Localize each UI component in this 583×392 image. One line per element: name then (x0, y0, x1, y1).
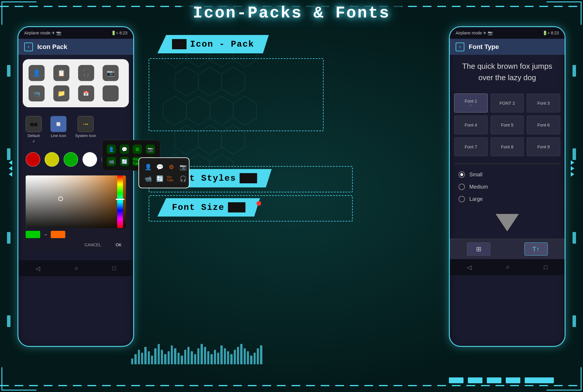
orange-icon-1: 👤 (143, 162, 153, 172)
orange-icon-2: 💬 (155, 162, 164, 172)
left-arrows (9, 160, 12, 177)
nav-recent-right[interactable]: □ (544, 264, 547, 270)
app-icon-empty (103, 85, 119, 101)
icon-type-default[interactable]: ▦▦ Default ✓ (26, 116, 42, 143)
phone-frame-left: Airplane mode ✈ 📷 🔋+ 8:23 ‹ Icon Pack 👤 … (17, 26, 134, 347)
divider (454, 164, 560, 164)
radio-size-small[interactable]: Small (459, 171, 556, 178)
status-right-left: Airplane mode ✈ 📷 (456, 31, 493, 35)
app-icon-video[interactable]: 📹 (29, 85, 45, 101)
icon-pack-orange-panel: 👤 💬 ⚙ 📷 📹 🔄 You Tube 🎧 (138, 157, 189, 188)
app-icon-folder[interactable]: 📁 (53, 85, 69, 101)
icon-pack-label-text: Icon - Pack (190, 39, 254, 49)
status-bar-right: Airplane mode ✈ 📷 🔋+ 8:23 (450, 27, 565, 39)
toolbar-font-button[interactable]: T↑ (524, 242, 548, 256)
color-picker: → CANCEL OK (23, 173, 129, 252)
font-cell-7[interactable]: Font 7 (454, 137, 488, 156)
font-cell-6[interactable]: Font 6 (527, 115, 560, 134)
main-content: Airplane mode ✈ 📷 🔋+ 8:23 ‹ Icon Pack 👤 … (17, 26, 566, 366)
nav-back-right[interactable]: ◁ (467, 264, 471, 271)
picker-buttons: CANCEL OK (26, 241, 126, 249)
triangle-container (450, 211, 565, 234)
mini-icon-5: 📹 (107, 157, 116, 166)
icon-type-system[interactable]: ● ● ● System Icon (75, 116, 96, 143)
status-bar-left: Airplane mode ✈ 📷 🔋+ 8:23 (18, 27, 133, 39)
picker-cursor[interactable] (58, 196, 63, 201)
side-segment (573, 315, 576, 327)
side-segment (7, 232, 10, 244)
phone-frame-right: Airplane mode ✈ 📷 🔋+ 8:23 ‹ Font Type Th… (449, 26, 566, 347)
font-check: ✓ (469, 103, 472, 108)
top-border: Icon-Packs & Fonts (0, 0, 583, 26)
app-icon-contacts[interactable]: 👤 (29, 65, 45, 81)
app-icon-camera[interactable]: 📷 (103, 65, 119, 81)
chevron-right-icon (571, 160, 574, 165)
font-cell-5[interactable]: Font 5 (491, 115, 524, 134)
icon-type-line[interactable]: ⬜ Line Icon (50, 116, 66, 143)
icon-type-default-check: ✓ (32, 139, 35, 143)
icon-pack-dark-box (172, 39, 187, 49)
title-bar-left: ‹ Icon Pack (18, 39, 133, 55)
color-gradient[interactable] (26, 175, 126, 228)
side-decoration-right (566, 29, 583, 363)
nav-recent-icon[interactable]: □ (113, 265, 116, 272)
screen-title-left: Icon Pack (37, 43, 67, 51)
app-icon-headphones[interactable]: 🎧 (78, 65, 94, 81)
color-to (51, 231, 65, 238)
color-swatch-green[interactable] (64, 152, 78, 167)
font-cell-2[interactable]: FONT 2 (491, 94, 524, 112)
chevron-left-icon (9, 172, 12, 177)
radio-circle (459, 171, 465, 178)
app-icon-messages[interactable]: 📋 (53, 65, 69, 81)
radio-size-medium[interactable]: Medium (459, 184, 556, 190)
icon-type-system-img: ● ● ● (78, 116, 94, 132)
hue-slider[interactable] (117, 175, 123, 228)
screen-title-right: Font Type (469, 43, 499, 51)
mini-icon-3: ⚙ (133, 145, 142, 154)
right-arrows (571, 160, 574, 177)
radio-size-large[interactable]: Large (459, 196, 556, 202)
gradient-overlay-black (26, 175, 126, 228)
phone-left: Airplane mode ✈ 📷 🔋+ 8:23 ‹ Icon Pack 👤 … (17, 26, 140, 366)
app-icon-calendar[interactable]: 📅 (78, 85, 94, 101)
radio-circle (459, 196, 465, 202)
page-title: Icon-Packs & Fonts (181, 2, 402, 24)
nav-home-right[interactable]: ○ (506, 264, 509, 270)
toolbar-icon-button[interactable]: ⊞ (467, 242, 490, 256)
dot-1 (449, 377, 463, 383)
status-right-right: 🔋+ 8:23 (542, 31, 559, 35)
font-cell-3[interactable]: Font 3 (527, 94, 560, 112)
back-button-right[interactable]: ‹ (456, 43, 464, 51)
preview-text: The quick brown fox jumps over the lazy … (450, 55, 565, 89)
border-line-bottom (0, 385, 583, 386)
radio-label: Medium (469, 184, 488, 190)
orange-icon-7: You Tube (167, 174, 176, 183)
font-cell-1[interactable]: Font 1✓ (454, 94, 488, 112)
mini-icon-2: 💬 (120, 145, 129, 154)
color-swatch-white[interactable] (82, 152, 97, 167)
dot-4 (506, 377, 520, 383)
side-segment (573, 232, 576, 244)
font-size-radio-group: SmallMediumLarge (450, 167, 565, 207)
chevron-right-icon (571, 172, 574, 177)
icon-type-system-label: System Icon (75, 133, 96, 138)
dot-2 (468, 377, 482, 383)
back-button-left[interactable]: ‹ (24, 43, 33, 51)
font-cell-8[interactable]: Font 8 (491, 137, 524, 156)
nav-back-icon[interactable]: ◁ (36, 265, 40, 272)
color-swatch-yellow[interactable] (45, 152, 59, 167)
font-cell-4[interactable]: Font 4 (454, 115, 488, 134)
triangle-indicator (496, 214, 519, 231)
nav-home-icon[interactable]: ○ (74, 265, 78, 272)
ok-button[interactable]: OK (111, 241, 126, 249)
orange-icon-6: 🔄 (155, 174, 164, 183)
icon-pack-dashed-box (149, 58, 324, 131)
color-swatch-red[interactable] (26, 152, 40, 167)
icon-type-line-img: ⬜ (50, 116, 66, 132)
status-right-text: 🔋+ 8:23 (111, 31, 127, 35)
icon-grid: 👤 📋 🎧 📷 📹 📁 📅 (23, 59, 129, 107)
chevron-left-icon (9, 160, 12, 165)
status-left-text: Airplane mode ✈ 📷 (24, 31, 61, 35)
font-cell-9[interactable]: Font 9 (527, 137, 560, 156)
cancel-button[interactable]: CANCEL (80, 241, 106, 249)
